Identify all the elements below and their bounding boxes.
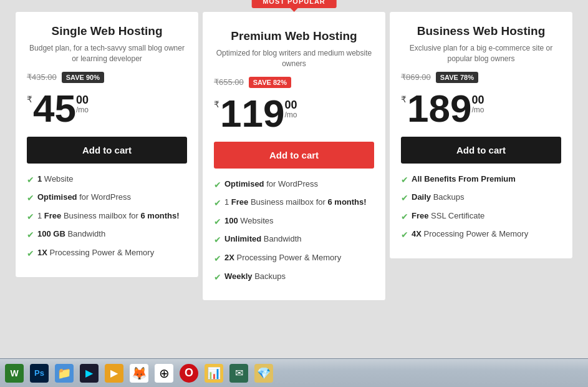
photoshop-icon: Ps — [30, 364, 49, 383]
check-icon: ✔ — [401, 211, 408, 223]
taskbar-chart[interactable]: 📊 — [202, 361, 226, 385]
currency-premium: ₹ — [214, 99, 219, 109]
check-icon: ✔ — [214, 253, 221, 265]
check-icon: ✔ — [214, 234, 221, 247]
save-badge-premium: SAVE 82% — [249, 77, 291, 88]
check-icon: ✔ — [214, 197, 221, 210]
price-cents-single: 00 — [76, 94, 89, 105]
add-to-cart-business[interactable]: Add to cart — [401, 137, 561, 164]
taskbar: W Ps 📁 ▶ ▶ 🦊 ⊕ O 📊 ✉ 💎 — [0, 358, 588, 387]
taskbar-chrome[interactable]: ⊕ — [152, 361, 176, 385]
check-icon: ✔ — [27, 229, 34, 242]
price-right-business: 00 /mo — [471, 94, 484, 114]
list-item: ✔100 Websites — [214, 215, 374, 228]
start-icon: W — [5, 364, 24, 383]
check-icon: ✔ — [401, 229, 408, 242]
check-icon: ✔ — [401, 192, 408, 205]
chrome-icon: ⊕ — [155, 364, 173, 383]
feature-list-single: ✔1 Website ✔Optimised for WordPress ✔1 F… — [27, 174, 187, 260]
check-icon: ✔ — [27, 248, 34, 260]
taskbar-photoshop[interactable]: Ps — [27, 361, 51, 385]
list-item: ✔All Benefits From Premium — [401, 174, 561, 187]
plan-title-premium: Premium Web Hosting — [214, 29, 374, 43]
price-mo-premium: /mo — [284, 110, 297, 119]
check-icon: ✔ — [27, 174, 34, 187]
list-item: ✔Unlimited Bandwidth — [214, 233, 374, 247]
pricing-section: Single Web Hosting Budget plan, for a te… — [0, 0, 588, 358]
list-item: ✔1 Free Business mailbox for 6 months! — [214, 197, 374, 210]
plan-card-single: Single Web Hosting Budget plan, for a te… — [15, 11, 199, 278]
price-main-business: 189 — [407, 89, 471, 128]
taskbar-mail[interactable]: ✉ — [227, 361, 251, 385]
taskbar-firefox[interactable]: 🦊 — [127, 361, 151, 385]
price-cents-premium: 00 — [284, 99, 297, 110]
plan-card-premium: MOST POPULAR Premium Web Hosting Optimiz… — [202, 11, 386, 301]
price-main-premium: 119 — [220, 94, 284, 133]
check-icon: ✔ — [214, 179, 221, 192]
list-item: ✔100 GB Bandwidth — [27, 228, 187, 242]
check-icon: ✔ — [27, 192, 34, 205]
list-item: ✔Daily Backups — [401, 192, 561, 205]
add-to-cart-single[interactable]: Add to cart — [27, 137, 187, 164]
original-price-single: ₹435.00 — [27, 72, 57, 82]
check-icon: ✔ — [214, 216, 221, 228]
check-icon: ✔ — [27, 211, 34, 223]
price-right-premium: 00 /mo — [284, 99, 297, 119]
pricing-wrapper: Single Web Hosting Budget plan, for a te… — [15, 11, 573, 301]
firefox-icon: 🦊 — [130, 364, 148, 383]
check-icon: ✔ — [401, 174, 408, 187]
price-main-single: 45 — [33, 89, 76, 128]
plan-title-business: Business Web Hosting — [401, 24, 561, 38]
taskbar-start[interactable]: W — [2, 361, 26, 385]
taskbar-filemanager[interactable]: 📁 — [52, 361, 76, 385]
plan-desc-premium: Optimized for blog writers and medium we… — [214, 48, 374, 69]
check-icon: ✔ — [214, 272, 221, 284]
price-display-premium: ₹ 119 00 /mo — [214, 94, 374, 133]
pricing-row-single: ₹435.00 SAVE 90% — [27, 72, 187, 83]
mediaplayer-icon: ▶ — [105, 364, 123, 383]
pricing-row-premium: ₹655.00 SAVE 82% — [214, 77, 374, 88]
plan-card-business: Business Web Hosting Exclusive plan for … — [389, 11, 573, 259]
list-item: ✔4X Processing Power & Memory — [401, 228, 561, 242]
taskbar-gem[interactable]: 💎 — [252, 361, 276, 385]
plan-desc-single: Budget plan, for a tech-savvy small blog… — [27, 43, 187, 64]
list-item: ✔Weekly Backups — [214, 271, 374, 284]
pricing-row-business: ₹869.00 SAVE 78% — [401, 72, 561, 83]
mail-icon: ✉ — [229, 364, 248, 383]
save-badge-business: SAVE 78% — [436, 72, 478, 83]
list-item: ✔Optimised for WordPress — [27, 192, 187, 205]
feature-list-business: ✔All Benefits From Premium ✔Daily Backup… — [401, 174, 561, 242]
price-right-single: 00 /mo — [76, 94, 89, 114]
save-badge-single: SAVE 90% — [62, 72, 104, 83]
list-item: ✔1 Website — [27, 174, 187, 187]
taskbar-mediaplayer[interactable]: ▶ — [102, 361, 126, 385]
original-price-premium: ₹655.00 — [214, 77, 244, 87]
plan-desc-business: Exclusive plan for a big e-commerce site… — [401, 43, 561, 64]
currency-single: ₹ — [27, 94, 32, 104]
list-item: ✔Free SSL Certificate — [401, 210, 561, 223]
opera-icon: O — [180, 364, 198, 383]
plan-title-single: Single Web Hosting — [27, 24, 187, 38]
add-to-cart-premium[interactable]: Add to cart — [214, 142, 374, 169]
currency-business: ₹ — [401, 94, 407, 104]
chart-icon: 📊 — [205, 364, 223, 383]
list-item: ✔1X Processing Power & Memory — [27, 247, 187, 260]
filemanager-icon: 📁 — [55, 364, 74, 383]
price-mo-single: /mo — [76, 105, 89, 114]
list-item: ✔Optimised for WordPress — [214, 179, 374, 192]
original-price-business: ₹869.00 — [401, 72, 431, 82]
taskbar-videoeditor[interactable]: ▶ — [77, 361, 101, 385]
list-item: ✔1 Free Business mailbox for 6 months! — [27, 210, 187, 223]
videoeditor-icon: ▶ — [80, 364, 99, 383]
most-popular-badge: MOST POPULAR — [251, 0, 337, 8]
feature-list-premium: ✔Optimised for WordPress ✔1 Free Busines… — [214, 179, 374, 284]
price-mo-business: /mo — [471, 105, 484, 114]
price-display-single: ₹ 45 00 /mo — [27, 89, 187, 128]
taskbar-opera[interactable]: O — [177, 361, 201, 385]
price-display-business: ₹ 189 00 /mo — [401, 89, 561, 128]
price-cents-business: 00 — [471, 94, 484, 105]
list-item: ✔2X Processing Power & Memory — [214, 252, 374, 265]
gem-icon: 💎 — [254, 364, 273, 383]
